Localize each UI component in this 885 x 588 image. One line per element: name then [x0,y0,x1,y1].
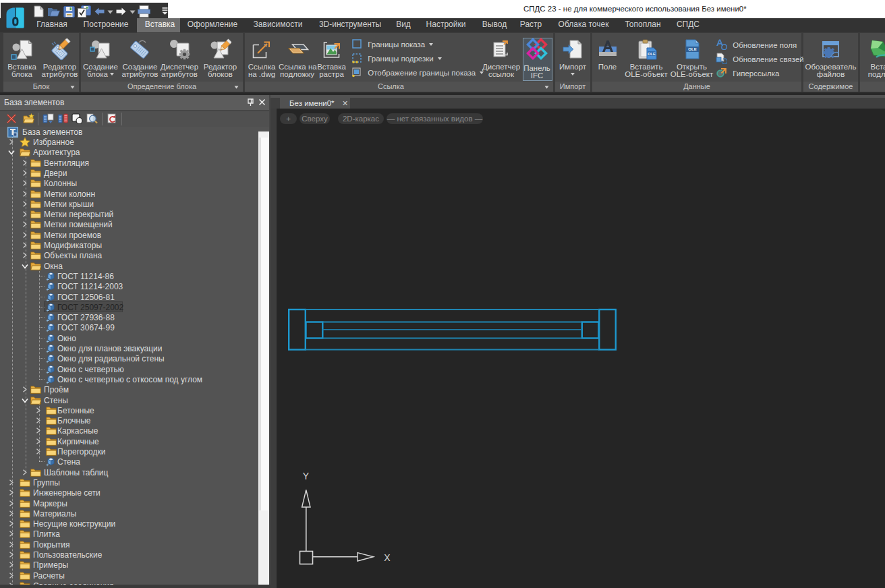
svg-text:OLE: OLE [688,47,696,51]
svg-text:Y: Y [303,471,310,481]
svg-text:OLE: OLE [648,52,656,56]
svg-text:X: X [384,552,391,563]
